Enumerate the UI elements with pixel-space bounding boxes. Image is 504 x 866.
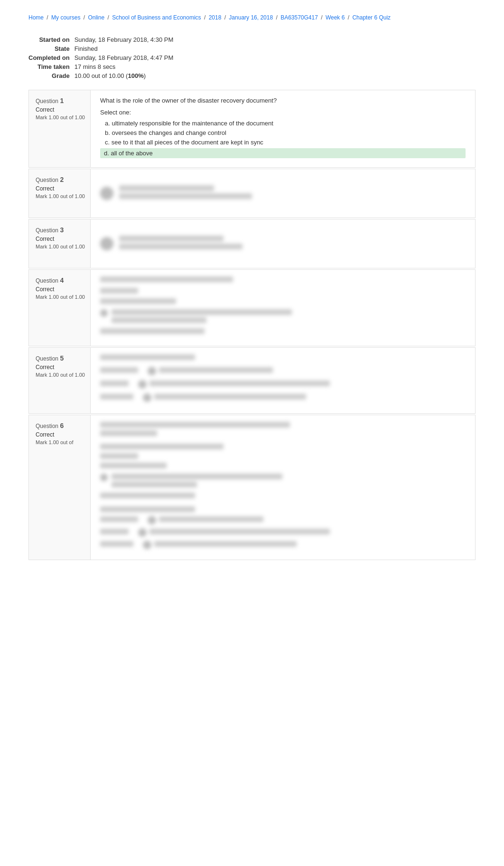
question-status-1: Correct (36, 106, 85, 113)
blurred-q4 (100, 276, 466, 336)
breadcrumb-school[interactable]: School of Business and Economics (112, 14, 201, 21)
question-number-1: 1 (60, 97, 64, 105)
question-word-5: Question (36, 355, 60, 362)
answer-option-1b: b. oversees the changes and change contr… (100, 129, 466, 136)
breadcrumb-course-id[interactable]: BA63570G417 (280, 14, 318, 21)
question-sidebar-6: Question 6 Correct Mark 1.00 out of (29, 415, 91, 560)
question-block-2: Question 2 Correct Mark 1.00 out of 1.00 (28, 169, 476, 218)
question-mark-3: Mark 1.00 out of 1.00 (36, 244, 85, 249)
question-word-6: Question (36, 423, 60, 429)
question-status-6: Correct (36, 431, 85, 438)
option-text-1b: oversees the changes and change control (112, 129, 226, 136)
breadcrumb-sep: / (47, 14, 48, 21)
answer-option-1d: d. all of the above (100, 148, 466, 158)
question-mark-4: Mark 1.00 out of 1.00 (36, 294, 85, 300)
question-number-5: 5 (60, 354, 64, 362)
question-block-1: Question 1 Correct Mark 1.00 out of 1.00… (28, 90, 476, 168)
question-text-1: What is the role of the owner of the dis… (100, 97, 466, 104)
breadcrumb-home[interactable]: Home (28, 14, 44, 21)
started-on-value: Sunday, 18 February 2018, 4:30 PM (75, 35, 177, 44)
question-label-3: Question 3 (36, 226, 85, 234)
grade-suffix: ) (144, 72, 146, 79)
option-letter-1b: b. (105, 129, 112, 136)
answer-option-1a: a. ultimately responsible for the mainte… (100, 120, 466, 127)
grade-number: 10.00 out of 10.00 ( (75, 72, 128, 79)
option-letter-1a: a. (105, 120, 112, 127)
question-status-2: Correct (36, 185, 85, 192)
breadcrumb: Home / My courses / Online / School of B… (0, 0, 504, 30)
question-word-1: Question (36, 98, 60, 105)
question-label-6: Question 6 (36, 422, 85, 429)
completed-on-value: Sunday, 18 February 2018, 4:47 PM (75, 53, 177, 62)
breadcrumb-week[interactable]: Week 6 (326, 14, 345, 21)
option-letter-1d: d. (104, 150, 111, 157)
question-block-6: Question 6 Correct Mark 1.00 out of (28, 415, 476, 560)
question-number-4: 4 (60, 276, 64, 284)
question-label-4: Question 4 (36, 276, 85, 284)
breadcrumb-online[interactable]: Online (88, 14, 104, 21)
question-content-5 (91, 348, 475, 413)
completed-on-label: Completed on (28, 53, 75, 62)
state-value: Finished (75, 44, 177, 53)
question-word-2: Question (36, 177, 60, 183)
question-sidebar-3: Question 3 Correct Mark 1.00 out of 1.00 (29, 219, 91, 268)
answer-option-1c: c. see to it that all pieces of the docu… (100, 139, 466, 146)
question-status-3: Correct (36, 236, 85, 242)
question-label-1: Question 1 (36, 97, 85, 105)
option-text-1c: see to it that all pieces of the documen… (112, 139, 263, 146)
question-block-4: Question 4 Correct Mark 1.00 out of 1.00 (28, 269, 476, 346)
blurred-q3 (100, 226, 466, 261)
time-taken-label: Time taken (28, 62, 75, 71)
question-mark-2: Mark 1.00 out of 1.00 (36, 193, 85, 199)
question-sidebar-4: Question 4 Correct Mark 1.00 out of 1.00 (29, 270, 91, 346)
option-text-1a: ultimately responsible for the maintenan… (112, 120, 273, 127)
breadcrumb-sep: / (276, 14, 277, 21)
quiz-info-table: Started on Sunday, 18 February 2018, 4:3… (28, 35, 177, 80)
question-word-3: Question (36, 227, 60, 234)
question-number-3: 3 (60, 226, 64, 234)
question-mark-5: Mark 1.00 out of 1.00 (36, 372, 85, 378)
select-one-1: Select one: (100, 109, 466, 116)
breadcrumb-2018[interactable]: 2018 (209, 14, 222, 21)
question-status-5: Correct (36, 364, 85, 371)
question-mark-1: Mark 1.00 out of 1.00 (36, 114, 85, 120)
question-label-2: Question 2 (36, 176, 85, 183)
question-content-2 (91, 169, 475, 218)
question-label-5: Question 5 (36, 354, 85, 362)
question-sidebar-1: Question 1 Correct Mark 1.00 out of 1.00 (29, 90, 91, 167)
blurred-q2 (100, 176, 466, 211)
state-label: State (28, 44, 75, 53)
breadcrumb-date[interactable]: January 16, 2018 (229, 14, 273, 21)
breadcrumb-sep: / (224, 14, 226, 21)
question-block-5: Question 5 Correct Mark 1.00 out of 1.00 (28, 347, 476, 414)
breadcrumb-sep: / (84, 14, 85, 21)
breadcrumb-sep: / (348, 14, 349, 21)
started-on-label: Started on (28, 35, 75, 44)
question-block-3: Question 3 Correct Mark 1.00 out of 1.00 (28, 219, 476, 268)
question-content-4 (91, 270, 475, 346)
question-number-6: 6 (60, 422, 64, 429)
breadcrumb-mycourses[interactable]: My courses (51, 14, 80, 21)
breadcrumb-quiz[interactable]: Chapter 6 Quiz (352, 14, 391, 21)
grade-label: Grade (28, 71, 75, 80)
question-word-4: Question (36, 277, 60, 284)
grade-percent: 100% (128, 72, 143, 79)
question-status-4: Correct (36, 286, 85, 293)
grade-value: 10.00 out of 10.00 (100%) (75, 71, 177, 80)
question-number-2: 2 (60, 176, 64, 183)
question-content-3 (91, 219, 475, 268)
quiz-questions: Question 1 Correct Mark 1.00 out of 1.00… (28, 90, 476, 560)
question-mark-6: Mark 1.00 out of (36, 439, 85, 445)
option-letter-1c: c. (105, 139, 112, 146)
question-sidebar-5: Question 5 Correct Mark 1.00 out of 1.00 (29, 348, 91, 413)
time-taken-value: 17 mins 8 secs (75, 62, 177, 71)
blurred-q5 (100, 354, 466, 402)
question-sidebar-2: Question 2 Correct Mark 1.00 out of 1.00 (29, 169, 91, 218)
breadcrumb-sep: / (107, 14, 109, 21)
question-content-1: What is the role of the owner of the dis… (91, 90, 475, 167)
question-content-6 (91, 415, 475, 560)
breadcrumb-sep: / (204, 14, 205, 21)
breadcrumb-sep: / (321, 14, 322, 21)
option-text-1d: all of the above (111, 150, 152, 157)
blurred-q6 (100, 422, 466, 549)
